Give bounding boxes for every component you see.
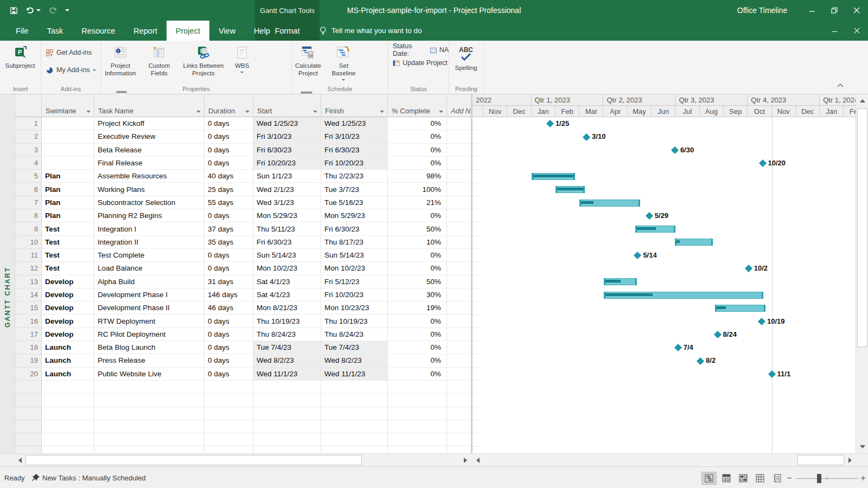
cell-duration[interactable]: 0 days bbox=[205, 117, 253, 130]
office-timeline-label[interactable]: Office Timeline bbox=[727, 0, 797, 21]
cell-task-name[interactable]: Subcontractor Selection bbox=[94, 196, 205, 209]
cell-empty[interactable] bbox=[253, 446, 321, 453]
cell-start[interactable]: Sat 4/1/23 bbox=[253, 275, 321, 288]
row-number[interactable]: 5 bbox=[15, 170, 42, 183]
cell-percent-complete[interactable]: 0% bbox=[388, 328, 447, 341]
cell-duration[interactable]: 0 days bbox=[205, 249, 253, 262]
cell-finish[interactable]: Wed 11/1/23 bbox=[321, 368, 388, 381]
cell-finish[interactable]: Fri 5/12/23 bbox=[321, 275, 388, 288]
cell-swimlane[interactable] bbox=[42, 117, 94, 130]
cell-duration[interactable]: 40 days bbox=[205, 170, 253, 183]
cell-add-new-column[interactable] bbox=[447, 328, 471, 341]
row-number[interactable]: 18 bbox=[15, 341, 42, 354]
cell-swimlane[interactable]: Test bbox=[42, 236, 94, 249]
close-button[interactable] bbox=[847, 0, 866, 21]
cell-percent-complete[interactable]: 50% bbox=[388, 275, 447, 288]
filter-caret-icon[interactable] bbox=[313, 111, 317, 113]
cell-swimlane[interactable]: Develop bbox=[42, 328, 94, 341]
row-number[interactable] bbox=[15, 381, 42, 394]
cell-duration[interactable]: 55 days bbox=[205, 196, 253, 209]
milestone-diamond[interactable] bbox=[671, 146, 679, 154]
table-scroll-thumb[interactable] bbox=[25, 455, 362, 465]
cell-finish[interactable]: Fri 6/30/23 bbox=[321, 144, 388, 157]
cell-empty[interactable] bbox=[388, 407, 447, 420]
row-number[interactable] bbox=[15, 407, 42, 420]
milestone-diamond[interactable] bbox=[758, 159, 766, 167]
close-ribbon-area-button[interactable] bbox=[847, 21, 866, 41]
cell-percent-complete[interactable]: 98% bbox=[388, 170, 447, 183]
milestone-diamond[interactable] bbox=[646, 212, 653, 220]
table-scroll-left-button[interactable] bbox=[15, 455, 24, 466]
cell-add-new-column[interactable] bbox=[447, 236, 471, 249]
cell-empty[interactable] bbox=[253, 407, 321, 420]
cell-percent-complete[interactable]: 30% bbox=[388, 288, 447, 301]
task-bar[interactable] bbox=[715, 305, 765, 312]
minimize-ribbon-area-button[interactable] bbox=[825, 21, 844, 41]
cell-swimlane[interactable]: Launch bbox=[42, 368, 94, 381]
cell-duration[interactable]: 0 days bbox=[205, 328, 253, 341]
cell-finish[interactable]: Sun 5/14/23 bbox=[321, 249, 388, 262]
cell-swimlane[interactable] bbox=[42, 130, 94, 143]
timescale-quarter-cell[interactable]: Qtr 4, 2023 bbox=[748, 94, 820, 106]
column-header-finish[interactable]: Finish bbox=[321, 94, 388, 117]
cell-empty[interactable] bbox=[388, 446, 447, 453]
timescale-quarter-cell[interactable]: 2022 bbox=[473, 94, 532, 106]
cell-empty[interactable] bbox=[321, 420, 388, 433]
cell-swimlane[interactable]: Plan bbox=[42, 183, 94, 196]
zoom-out-button[interactable]: − bbox=[785, 472, 794, 485]
task-bar[interactable] bbox=[604, 278, 637, 285]
cell-empty[interactable] bbox=[388, 381, 447, 394]
cell-duration[interactable]: 0 days bbox=[205, 314, 253, 328]
cell-add-new-column[interactable] bbox=[447, 183, 471, 196]
cell-percent-complete[interactable]: 0% bbox=[388, 157, 447, 170]
cell-add-new-column[interactable] bbox=[447, 433, 471, 446]
cell-start[interactable]: Fri 10/20/23 bbox=[253, 157, 321, 170]
collapse-ribbon-button[interactable] bbox=[837, 80, 844, 89]
cell-empty[interactable] bbox=[94, 394, 205, 407]
project-information-button[interactable]: i Project Information bbox=[101, 41, 140, 85]
save-button[interactable] bbox=[10, 7, 18, 15]
cell-task-name[interactable]: Press Release bbox=[94, 354, 205, 367]
cell-start[interactable]: Fri 6/30/23 bbox=[253, 236, 321, 249]
cell-add-new-column[interactable] bbox=[447, 354, 471, 367]
row-number[interactable]: 15 bbox=[15, 301, 42, 314]
cell-task-name[interactable]: RC Pilot Deployment bbox=[94, 328, 205, 341]
cell-swimlane[interactable]: Plan bbox=[42, 170, 94, 183]
cell-duration[interactable]: 0 days bbox=[205, 368, 253, 381]
cell-empty[interactable] bbox=[42, 420, 94, 433]
row-number[interactable]: 1 bbox=[15, 117, 42, 130]
timescale-month-cell-partial[interactable] bbox=[473, 106, 483, 117]
row-number[interactable]: 7 bbox=[15, 196, 42, 209]
milestone-diamond[interactable] bbox=[674, 344, 682, 351]
cell-add-new-column[interactable] bbox=[447, 117, 471, 130]
cell-start[interactable]: Wed 3/1/23 bbox=[253, 196, 321, 209]
cell-task-name[interactable]: Public Website Live bbox=[94, 368, 205, 381]
cell-swimlane[interactable]: Test bbox=[42, 249, 94, 262]
cell-duration[interactable]: 0 days bbox=[205, 157, 253, 170]
row-number[interactable]: 12 bbox=[15, 262, 42, 275]
cell-percent-complete[interactable]: 0% bbox=[388, 341, 447, 354]
timescale-month-cell[interactable]: Feb bbox=[556, 106, 579, 117]
cell-add-new-column[interactable] bbox=[447, 262, 471, 275]
cell-task-name[interactable]: Executive Review bbox=[94, 130, 205, 143]
cell-swimlane[interactable]: Test bbox=[42, 222, 94, 235]
cell-finish[interactable]: Thu 8/17/23 bbox=[321, 236, 388, 249]
cell-finish[interactable]: Fri 10/20/23 bbox=[321, 157, 388, 170]
tab-file[interactable]: File bbox=[7, 21, 37, 41]
cell-task-name[interactable]: Load Balance bbox=[94, 262, 205, 275]
cell-task-name[interactable]: Project Kickoff bbox=[94, 117, 205, 130]
task-bar[interactable] bbox=[675, 239, 713, 246]
cell-percent-complete[interactable]: 21% bbox=[388, 196, 447, 209]
timescale-quarter-cell[interactable]: Qtr 3, 2023 bbox=[675, 94, 748, 106]
vertical-scroll-thumb[interactable] bbox=[857, 108, 867, 347]
cell-start[interactable]: Fri 3/10/23 bbox=[253, 130, 321, 143]
calculate-project-button[interactable]: Calculate Project bbox=[292, 41, 324, 85]
row-number[interactable]: 17 bbox=[15, 328, 42, 341]
resource-sheet-view-button[interactable] bbox=[752, 472, 768, 485]
milestone-diamond[interactable] bbox=[768, 370, 776, 378]
cell-add-new-column[interactable] bbox=[447, 301, 471, 314]
row-number[interactable]: 11 bbox=[15, 249, 42, 262]
cell-finish[interactable]: Fri 3/10/23 bbox=[321, 130, 388, 143]
cell-task-name[interactable]: Beta Release bbox=[94, 144, 205, 157]
cell-add-new-column[interactable] bbox=[447, 341, 471, 354]
